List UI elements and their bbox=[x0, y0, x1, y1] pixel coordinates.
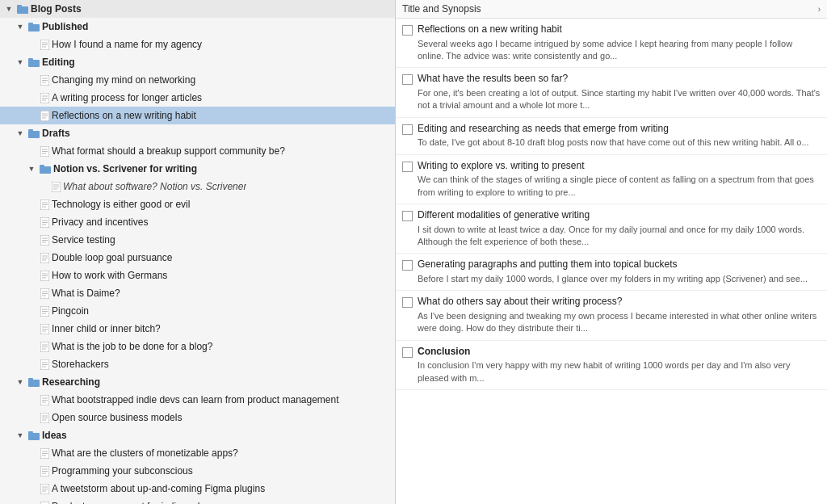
tree-item-double-loop[interactable]: Double loop goal pursuance bbox=[0, 249, 395, 267]
synopsis-item-r2[interactable]: What have the results been so far?For on… bbox=[396, 68, 827, 117]
synopsis-title-r5: Different modalities of generative writi… bbox=[418, 209, 821, 222]
synopsis-title-r2: What have the results been so far? bbox=[418, 73, 821, 86]
item-label-ideas: Ideas bbox=[42, 428, 67, 443]
tree-item-open-source[interactable]: Open source business models bbox=[0, 409, 395, 426]
synopsis-checkbox-r6[interactable] bbox=[402, 260, 413, 271]
tree-item-published[interactable]: Published bbox=[0, 18, 395, 36]
tree-item-inner-child[interactable]: Inner child or inner bitch? bbox=[0, 320, 395, 338]
tree-item-what-about-software[interactable]: What about software? Notion vs. Scrivene… bbox=[0, 178, 395, 195]
item-label-how-i-found: How I found a name for my agency bbox=[52, 37, 202, 52]
synopsis-item-r4[interactable]: Writing to explore vs. writing to presen… bbox=[396, 155, 827, 204]
root-label: Blog Posts bbox=[31, 2, 82, 16]
tree-item-tweetstorm[interactable]: A tweetstorm about up-and-coming Figma p… bbox=[0, 480, 395, 498]
tree-item-how-i-found[interactable]: How I found a name for my agency bbox=[0, 36, 395, 53]
doc-icon-what-about-software bbox=[50, 181, 61, 192]
tree-item-technology[interactable]: Technology is either good or evil bbox=[0, 195, 395, 213]
tree-item-privacy[interactable]: Privacy and incentives bbox=[0, 213, 395, 231]
synopsis-content-r1: Reflections on a new writing habitSevera… bbox=[418, 23, 821, 62]
item-label-editing: Editing bbox=[42, 55, 75, 69]
synopsis-body-r4: We can think of the stages of writing a … bbox=[418, 174, 821, 199]
tree-item-notion-vs-scrivener[interactable]: Notion vs. Scrivener for writing bbox=[0, 160, 395, 178]
synopsis-checkbox-r3[interactable] bbox=[402, 124, 413, 135]
tree-item-ideas[interactable]: Ideas bbox=[0, 426, 395, 444]
tree-item-changing-mind[interactable]: Changing my mind on networking bbox=[0, 71, 395, 89]
svg-rect-0 bbox=[17, 6, 28, 14]
tree-item-writing-process[interactable]: A writing process for longer articles bbox=[0, 89, 395, 107]
synopsis-checkbox-r5[interactable] bbox=[402, 211, 413, 221]
doc-icon-programming-subconscious bbox=[39, 465, 50, 477]
tree-item-product-management[interactable]: Product management for indie makers bbox=[0, 498, 395, 504]
item-label-reflections: Reflections on a new writing habit bbox=[52, 108, 196, 123]
tree-item-drafts[interactable]: Drafts bbox=[0, 124, 395, 142]
folder-icon-researching bbox=[27, 377, 40, 387]
tree-item-monetizable-apps[interactable]: What are the clusters of monetizable app… bbox=[0, 444, 395, 462]
folder-icon-editing bbox=[27, 57, 40, 67]
synopsis-checkbox-r1[interactable] bbox=[402, 25, 413, 36]
synopsis-body-r3: To date, I've got about 8-10 draft blog … bbox=[418, 136, 821, 149]
tree-item-bootstrapped[interactable]: What bootstrapped indie devs can learn f… bbox=[0, 391, 395, 409]
toggle-ideas[interactable] bbox=[15, 430, 26, 441]
svg-rect-2 bbox=[28, 24, 40, 32]
tree-item-editing[interactable]: Editing bbox=[0, 53, 395, 71]
tree-item-programming-subconscious[interactable]: Programming your subconscious bbox=[0, 462, 395, 480]
tree-item-storehackers[interactable]: Storehackers bbox=[0, 355, 395, 373]
tree-item-job-to-be-done[interactable]: What is the job to be done for a blog? bbox=[0, 338, 395, 355]
synopsis-title-r8: Conclusion bbox=[418, 346, 821, 359]
right-header: Title and Synopsis › bbox=[396, 0, 827, 19]
synopsis-title-r4: Writing to explore vs. writing to presen… bbox=[418, 160, 821, 173]
synopsis-item-r7[interactable]: What do others say about their writing p… bbox=[396, 291, 827, 340]
synopsis-checkbox-r4[interactable] bbox=[402, 162, 413, 172]
item-label-bootstrapped: What bootstrapped indie devs can learn f… bbox=[52, 393, 339, 407]
folder-icon-drafts bbox=[27, 128, 40, 138]
item-label-changing-mind: Changing my mind on networking bbox=[52, 73, 195, 87]
tree-item-how-to-work[interactable]: How to work with Germans bbox=[0, 267, 395, 284]
tree-item-breakup-support[interactable]: What format should a breakup support com… bbox=[0, 142, 395, 160]
synopsis-checkbox-r7[interactable] bbox=[402, 297, 413, 308]
synopsis-item-r3[interactable]: Editing and researching as needs that em… bbox=[396, 118, 827, 155]
doc-icon-how-i-found bbox=[39, 39, 50, 50]
tree-items-container: PublishedHow I found a name for my agenc… bbox=[0, 18, 395, 504]
synopsis-content-r8: ConclusionIn conclusion I'm very happy w… bbox=[418, 346, 821, 384]
synopsis-checkbox-r8[interactable] bbox=[402, 347, 413, 358]
svg-rect-74 bbox=[28, 380, 40, 387]
toggle-researching[interactable] bbox=[15, 376, 26, 388]
item-label-drafts: Drafts bbox=[42, 126, 70, 141]
root-toggle[interactable] bbox=[3, 3, 15, 15]
doc-icon-what-is-daime bbox=[39, 288, 50, 299]
doc-icon-inner-child bbox=[39, 323, 50, 334]
item-label-product-management: Product management for indie makers bbox=[52, 499, 216, 504]
synopsis-content-r5: Different modalities of generative writi… bbox=[418, 209, 821, 248]
toggle-drafts[interactable] bbox=[15, 128, 26, 139]
left-panel: Blog Posts PublishedHow I found a name f… bbox=[0, 0, 396, 504]
item-label-programming-subconscious: Programming your subconscious bbox=[52, 464, 193, 478]
right-header-chevron[interactable]: › bbox=[818, 5, 821, 14]
synopsis-body-r5: I sit down to write at least twice a day… bbox=[418, 224, 821, 249]
item-label-pingcoin: Pingcoin bbox=[52, 304, 89, 318]
doc-icon-reflections bbox=[39, 110, 50, 121]
item-label-breakup-support: What format should a breakup support com… bbox=[52, 144, 285, 158]
toggle-editing[interactable] bbox=[15, 57, 26, 68]
tree-item-service-testing[interactable]: Service testing bbox=[0, 231, 395, 249]
tree-item-what-is-daime[interactable]: What is Daime? bbox=[0, 284, 395, 302]
item-label-what-about-software: What about software? Notion vs. Scrivene… bbox=[63, 179, 246, 194]
synopsis-title-r1: Reflections on a new writing habit bbox=[418, 23, 821, 36]
synopsis-checkbox-r2[interactable] bbox=[402, 74, 413, 85]
synopsis-content-r3: Editing and researching as needs that em… bbox=[418, 123, 821, 149]
svg-rect-28 bbox=[40, 166, 51, 174]
synopsis-item-r8[interactable]: ConclusionIn conclusion I'm very happy w… bbox=[396, 341, 827, 390]
toggle-published[interactable] bbox=[15, 21, 26, 32]
tree-item-pingcoin[interactable]: Pingcoin bbox=[0, 302, 395, 320]
toggle-notion-vs-scrivener[interactable] bbox=[26, 163, 37, 174]
synopsis-list: Reflections on a new writing habitSevera… bbox=[396, 19, 827, 504]
tree-root[interactable]: Blog Posts bbox=[0, 0, 395, 18]
tree-item-reflections[interactable]: Reflections on a new writing habit bbox=[0, 107, 395, 124]
tree-item-researching[interactable]: Researching bbox=[0, 373, 395, 391]
folder-icon-published bbox=[27, 22, 40, 32]
synopsis-item-r6[interactable]: Generating paragraphs and putting them i… bbox=[396, 254, 827, 291]
folder-icon-notion-vs-scrivener bbox=[39, 164, 52, 174]
right-panel: Title and Synopsis › Reflections on a ne… bbox=[396, 0, 827, 504]
doc-icon-how-to-work bbox=[39, 270, 50, 281]
synopsis-item-r5[interactable]: Different modalities of generative writi… bbox=[396, 204, 827, 254]
svg-rect-29 bbox=[40, 165, 44, 167]
synopsis-item-r1[interactable]: Reflections on a new writing habitSevera… bbox=[396, 19, 827, 68]
